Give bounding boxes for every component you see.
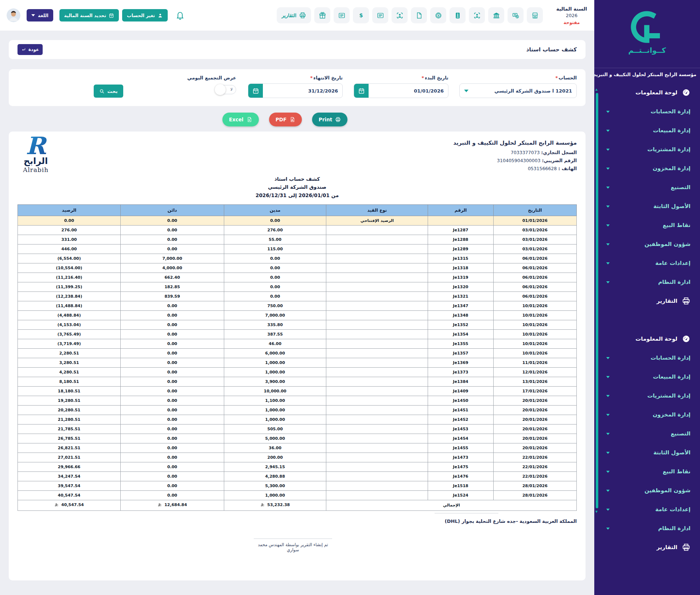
cell-date: 20/01/2026	[493, 415, 576, 424]
person-scan-button[interactable]	[469, 7, 485, 23]
footer-address: المملكة العربية السعودية -جده شارع التحل…	[435, 518, 577, 524]
table-row: 12/01/2026Je13731,000.000.004,280.51	[18, 367, 577, 377]
reports-button[interactable]: التقارير	[277, 7, 311, 23]
cell-type	[326, 291, 428, 301]
cell-debit: 0.00	[224, 282, 326, 291]
cell-debit: 505.00	[224, 424, 326, 434]
sidebar-item-hr[interactable]: شؤون الموظفين	[594, 481, 700, 500]
cell-credit: 0.00	[121, 216, 224, 225]
chevron-down-icon	[605, 469, 611, 474]
cell-date: 06/01/2026	[493, 263, 576, 273]
cell-type	[326, 471, 428, 481]
cell-credit: 0.00	[121, 434, 224, 443]
riyal-icon	[260, 502, 265, 507]
sidebar-item-fixed-assets[interactable]: الأصول الثابتة	[594, 197, 700, 216]
cell-type	[326, 273, 428, 282]
cell-type	[326, 254, 428, 263]
sidebar-item-inventory[interactable]: إدارة المخزون	[594, 159, 700, 178]
cr-value: 7033377073	[511, 150, 540, 155]
cell-number: Je1369	[428, 358, 493, 367]
cell-debit: 2,945.15	[224, 462, 326, 471]
sidebar-item-accounts[interactable]: إدارة الحسابات	[594, 348, 700, 367]
sidebar-item-inventory[interactable]: إدارة المخزون	[594, 405, 700, 424]
change-account-button[interactable]: تغير الحساب	[122, 9, 168, 21]
sidebar-item-purchases[interactable]: إدارة المشتريات	[594, 386, 700, 405]
sidebar-item-sales[interactable]: إدارة المبيعات	[594, 121, 700, 140]
cell-balance: (10,554.00)	[18, 263, 121, 273]
sidebar-item-general-settings[interactable]: إعدادات عامة	[594, 500, 700, 519]
start-date-input[interactable]: 01/01/2026	[354, 83, 448, 98]
cell-date: 10/01/2026	[493, 310, 576, 320]
sidebar-item-sales[interactable]: إدارة المبيعات	[594, 367, 700, 386]
bank-button[interactable]	[488, 7, 504, 23]
list-button[interactable]	[372, 7, 388, 23]
end-date-input[interactable]: 31/12/2026	[248, 83, 343, 98]
calendar-icon	[109, 13, 114, 18]
dollar-icon: $	[357, 12, 365, 19]
sidebar-item-system-admin[interactable]: ادارة النظام	[594, 519, 700, 538]
daily-grouping-toggle[interactable]: لا	[215, 85, 236, 94]
chevron-down-icon	[605, 261, 611, 266]
page-title: كشف حساب استاذ	[526, 46, 577, 53]
sidebar-scrollbar[interactable]	[596, 93, 598, 508]
account-select[interactable]: 12021 ا صندوق الشركة الرئيسي	[459, 83, 577, 98]
vat-label: الرقم الضريبي:	[542, 158, 577, 163]
list-button[interactable]	[334, 7, 350, 23]
cell-type	[326, 225, 428, 235]
sidebar-item-dashboard[interactable]: لوحة المعلومات	[594, 329, 700, 348]
sidebar-item-purchases[interactable]: إدارة المشتريات	[594, 140, 700, 159]
sidebar-item-system-admin[interactable]: ادارة النظام	[594, 273, 700, 291]
sidebar-item-fixed-assets[interactable]: الأصول الثابتة	[594, 443, 700, 462]
col-header-date: التاريخ	[493, 204, 576, 216]
cell-type	[326, 282, 428, 291]
cell-credit: 0.00	[121, 310, 224, 320]
cell-date: 20/01/2026	[493, 434, 576, 443]
table-row: 20/01/2026Je1453505.000.0021,785.51	[18, 424, 577, 434]
avatar[interactable]	[7, 8, 20, 22]
sidebar-item-pos[interactable]: نقاط البيع	[594, 216, 700, 235]
export-excel-button[interactable]: Excel	[222, 113, 259, 126]
person-scan-button[interactable]	[392, 7, 408, 23]
id-badge-button[interactable]	[450, 7, 466, 23]
cell-balance: (12,238.84)	[18, 291, 121, 301]
cell-number: Je1450	[428, 396, 493, 405]
language-button[interactable]: اللغة	[27, 9, 53, 21]
person-scan-icon	[473, 12, 481, 19]
sidebar: كــوانــتــم مؤسسة الرابح المبتكر لحلول …	[594, 0, 700, 595]
print-button[interactable]: Print	[312, 113, 347, 126]
cell-type	[326, 367, 428, 377]
table-row: 03/01/2026Je1289115.000.00446.00	[18, 244, 577, 254]
cell-type	[326, 462, 428, 471]
sidebar-item-general-settings[interactable]: إعدادات عامة	[594, 254, 700, 273]
store-button[interactable]	[527, 7, 543, 23]
cell-number: Je1451	[428, 405, 493, 415]
sidebar-item-hr[interactable]: شؤون الموظفين	[594, 235, 700, 254]
report-footer: المملكة العربية السعودية -جده شارع التحل…	[18, 511, 577, 556]
phone-label: الهاتف :	[558, 166, 577, 171]
select-fiscal-year-button[interactable]: تحديد السنة المالية	[59, 9, 119, 21]
coin-button[interactable]: $	[430, 7, 446, 23]
dollar-button[interactable]: $	[353, 7, 369, 23]
sidebar-item-reports[interactable]: التقارير	[594, 538, 700, 557]
cell-balance: 331.00	[18, 235, 121, 244]
table-row: 28/01/2026Je15241,000.000.0040,547.54	[18, 490, 577, 500]
money-transfer-button[interactable]: $	[508, 7, 524, 23]
gift-button[interactable]	[314, 7, 330, 23]
cell-total-balance: 40,547.54	[18, 500, 121, 510]
required-asterisk: *	[421, 75, 424, 81]
search-button[interactable]: بحث	[94, 85, 123, 98]
sidebar-item-pos[interactable]: نقاط البيع	[594, 462, 700, 481]
back-button[interactable]: عودة	[18, 44, 43, 55]
notifications-bell-button[interactable]	[175, 11, 185, 20]
sidebar-item-manufacturing[interactable]: التصنيع	[594, 424, 700, 443]
document-button[interactable]	[411, 7, 427, 23]
sidebar-item-reports[interactable]: التقارير	[594, 291, 700, 310]
sidebar-item-accounts[interactable]: إدارة الحسابات	[594, 102, 700, 121]
chevron-down-icon	[464, 90, 468, 92]
printer-icon	[682, 543, 691, 552]
sidebar-item-dashboard[interactable]: لوحة المعلومات	[594, 83, 700, 102]
cell-date: 06/01/2026	[493, 254, 576, 263]
sidebar-item-manufacturing[interactable]: التصنيع	[594, 178, 700, 197]
export-pdf-button[interactable]: PDF	[269, 113, 302, 126]
start-date-value: 01/01/2026	[369, 88, 448, 94]
